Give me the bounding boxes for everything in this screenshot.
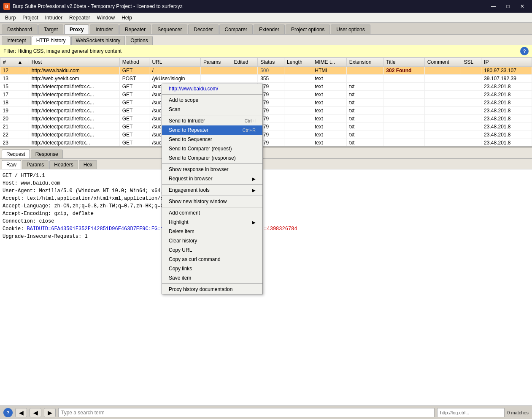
table-cell [15, 91, 29, 99]
tab-params[interactable]: Params [22, 160, 49, 169]
bottom-help-button[interactable]: ? [3, 408, 13, 417]
table-row[interactable]: 17http://detectportal.firefox.c...GET/su… [0, 91, 532, 99]
tab-project-options[interactable]: Project options [286, 24, 330, 34]
col-header-sort[interactable]: ▲ [15, 58, 29, 67]
table-row[interactable]: 21http://detectportal.firefox.c...GET/su… [0, 123, 532, 131]
col-header-host[interactable]: Host [29, 58, 119, 67]
col-header-method[interactable]: Method [119, 58, 149, 67]
ctx-scan[interactable]: Scan [162, 105, 262, 114]
ctx-add-to-scope[interactable]: Add to scope [162, 95, 262, 105]
close-button[interactable]: ✕ [516, 2, 529, 11]
ctx-show-response[interactable]: Show response in browser [162, 165, 262, 174]
ctx-url-item[interactable]: http://www.baidu.com/ [162, 84, 262, 93]
search-input[interactable] [58, 408, 435, 417]
menu-window[interactable]: Window [93, 14, 118, 22]
tab-repeater[interactable]: Repeater [119, 24, 151, 34]
prev-button[interactable]: ◀ [15, 408, 27, 417]
col-header-title[interactable]: Title [383, 58, 424, 67]
table-cell [284, 91, 312, 99]
subtab-http-history[interactable]: HTTP history [32, 36, 70, 45]
col-header-ssl[interactable]: SSL [461, 58, 481, 67]
tab-comparer[interactable]: Comparer [219, 24, 253, 34]
col-header-ip[interactable]: IP [481, 58, 532, 67]
tab-sequencer[interactable]: Sequencer [152, 24, 187, 34]
table-cell: text [312, 75, 346, 83]
ctx-request-in-browser[interactable]: Request in browser ▶ [162, 174, 262, 183]
col-header-status[interactable]: Status [258, 58, 284, 67]
app-title: Burp Suite Professional v2.0beta - Tempo… [13, 3, 183, 9]
main-tab-bar: Dashboard Target Proxy Intruder Repeater… [0, 23, 532, 35]
table-cell [461, 67, 481, 75]
ctx-clear-history[interactable]: Clear history [162, 236, 262, 245]
col-header-extension[interactable]: Extension [346, 58, 383, 67]
tab-decoder[interactable]: Decoder [188, 24, 218, 34]
subtab-websockets-history[interactable]: WebSockets history [71, 36, 125, 45]
table-row[interactable]: 18http://detectportal.firefox.c...GET/su… [0, 99, 532, 107]
table-cell: 19 [0, 107, 15, 115]
ctx-label-request-browser: Request in browser [169, 176, 212, 182]
tab-request[interactable]: Request [2, 150, 30, 158]
ctx-send-repeater[interactable]: Send to Repeater Ctrl+R [162, 125, 262, 135]
subtab-options[interactable]: Options [126, 36, 152, 45]
table-row[interactable]: 22http://detectportal.firefox.c...GET/su… [0, 131, 532, 139]
col-header-url[interactable]: URL [149, 58, 200, 67]
filter-help-button[interactable]: ? [520, 47, 529, 55]
tab-dashboard[interactable]: Dashboard [2, 24, 38, 34]
table-row[interactable]: 19http://detectportal.firefox.c...GET/su… [0, 107, 532, 115]
ctx-copy-curl[interactable]: Copy as curl command [162, 255, 262, 264]
ctx-engagement-tools[interactable]: Engagement tools ▶ [162, 185, 262, 195]
menu-help[interactable]: Help [118, 14, 135, 22]
col-header-length[interactable]: Length [284, 58, 312, 67]
table-cell [15, 131, 29, 139]
ctx-copy-links[interactable]: Copy links [162, 264, 262, 273]
col-header-num[interactable]: # [0, 58, 15, 67]
ctx-send-intruder[interactable]: Send to Intruder Ctrl+I [162, 116, 262, 125]
table-cell [461, 115, 481, 123]
table-row[interactable]: 20http://detectportal.firefox.c...GET/su… [0, 115, 532, 123]
tab-hex[interactable]: Hex [79, 160, 97, 169]
col-header-comment[interactable]: Comment [424, 58, 461, 67]
col-header-edited[interactable]: Edited [231, 58, 258, 67]
tab-extender[interactable]: Extender [254, 24, 285, 34]
menu-project[interactable]: Project [19, 14, 41, 22]
ctx-show-new-window[interactable]: Show new history window [162, 197, 262, 206]
col-header-params[interactable]: Params [200, 58, 231, 67]
maximize-button[interactable]: □ [502, 2, 514, 11]
ctx-delete-item[interactable]: Delete item [162, 227, 262, 236]
history-table-container[interactable]: # ▲ Host Method URL Params Edited Status… [0, 57, 532, 146]
ctx-send-sequencer[interactable]: Send to Sequencer [162, 135, 262, 144]
ctx-add-comment[interactable]: Add comment [162, 208, 262, 218]
tab-intruder[interactable]: Intruder [90, 24, 118, 34]
tab-proxy[interactable]: Proxy [64, 24, 89, 34]
table-row[interactable]: 23http://detectportal.firefox...GET/succ… [0, 139, 532, 147]
table-cell [424, 67, 461, 75]
table-cell [424, 131, 461, 139]
request-line3: User-Agent: Mozilla/5.0 (Windows NT 10.0… [3, 187, 529, 195]
menu-intruder[interactable]: Intruder [42, 14, 66, 22]
ctx-highlight[interactable]: Highlight ▶ [162, 218, 262, 227]
tab-headers[interactable]: Headers [49, 160, 78, 169]
minimize-button[interactable]: — [487, 2, 500, 11]
table-cell: 23.48.201.8 [481, 131, 532, 139]
ctx-send-comparer-res[interactable]: Send to Comparer (response) [162, 153, 262, 163]
col-header-mime[interactable]: MIME t... [312, 58, 346, 67]
menu-repeater[interactable]: Repeater [66, 14, 93, 22]
tab-raw[interactable]: Raw [2, 160, 21, 169]
table-row[interactable]: 13http://web.yeekit.comPOST/ykUser/islog… [0, 75, 532, 83]
tab-user-options[interactable]: User options [331, 24, 370, 34]
ctx-label-scan: Scan [169, 106, 180, 112]
table-row[interactable]: 12http://www.baidu.comGET/500HTML302 Fou… [0, 67, 532, 75]
ctx-proxy-docs[interactable]: Proxy history documentation [162, 285, 262, 294]
menu-burp[interactable]: Burp [2, 14, 19, 22]
ctx-copy-url[interactable]: Copy URL [162, 245, 262, 255]
ctx-label-send-intruder: Send to Intruder [169, 118, 205, 124]
prev2-button[interactable]: ◀ [30, 408, 41, 417]
tab-response[interactable]: Response [31, 150, 63, 158]
subtab-intercept[interactable]: Intercept [2, 36, 31, 45]
table-row[interactable]: 15http://detectportal.firefox.c...GET/su… [0, 83, 532, 91]
ctx-save-item[interactable]: Save item [162, 273, 262, 283]
next-button[interactable]: ▶ [44, 408, 56, 417]
filter-text[interactable]: Filter: Hiding CSS, image and general bi… [3, 48, 122, 54]
ctx-send-comparer-req[interactable]: Send to Comparer (request) [162, 144, 262, 153]
tab-target[interactable]: Target [38, 24, 63, 34]
